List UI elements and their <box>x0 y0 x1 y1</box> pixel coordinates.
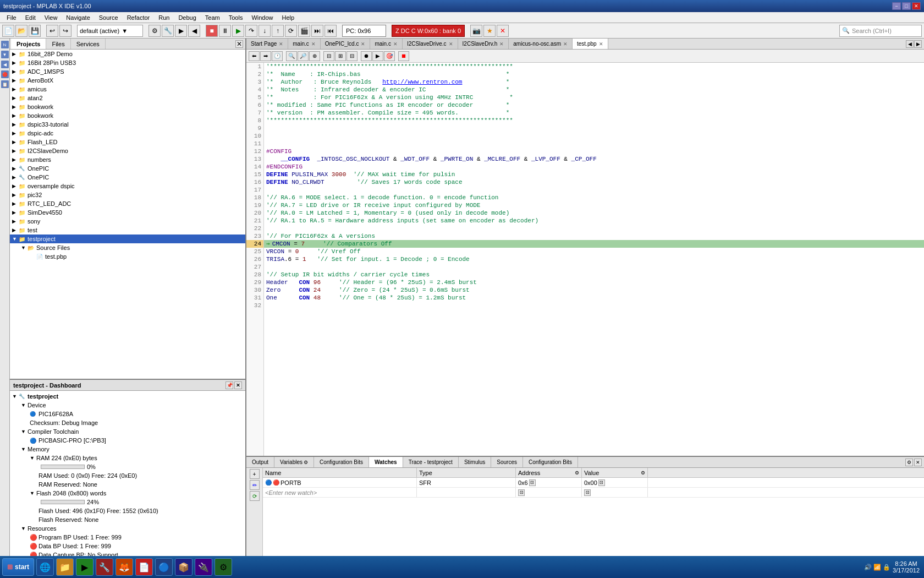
watches-edit-btn[interactable]: ✏ <box>250 480 260 490</box>
ed-btn-history[interactable]: 🕐 <box>272 51 283 61</box>
close-test-pbp[interactable]: ✕ <box>599 41 603 47</box>
menu-view[interactable]: View <box>40 12 62 23</box>
watches-row-new[interactable]: <Enter new watch> ⊡ ⊡ <box>263 488 924 498</box>
tree-item-bookwork1[interactable]: ▶ 📁 bookwork <box>10 102 245 111</box>
window-controls[interactable]: − □ ✕ <box>892 2 921 10</box>
error-button[interactable]: ✕ <box>497 25 509 37</box>
close-amicus-asm[interactable]: ✕ <box>563 41 568 47</box>
menu-team[interactable]: Team <box>201 12 224 23</box>
portb-value-edit[interactable]: ⊡ <box>598 479 605 486</box>
left-panel-close[interactable]: ✕ <box>235 40 243 48</box>
nav-icon-5[interactable]: 📋 <box>1 80 9 88</box>
menu-window[interactable]: Window <box>247 12 277 23</box>
tree-item-bookwork2[interactable]: ▶ 📁 bookwork <box>10 111 245 120</box>
taskbar-pic-icon[interactable]: 🔌 <box>195 558 212 576</box>
dash-compiler[interactable]: ▼ Compiler Toolchain <box>10 427 245 436</box>
close-onepic-lcd[interactable]: ✕ <box>361 41 365 47</box>
code-content[interactable]: '***************************************… <box>264 63 924 456</box>
menu-run[interactable]: Run <box>154 12 174 23</box>
toolbar-btn-4[interactable]: ◀ <box>188 25 200 37</box>
tree-item-amicus[interactable]: ▶ 📁 amicus <box>10 85 245 94</box>
taskbar-app2-icon[interactable]: 🔵 <box>155 558 173 576</box>
stop-button[interactable]: ■ <box>206 25 218 37</box>
tab-i2c-drive[interactable]: I2CSlaveDrive.c ✕ <box>403 39 458 49</box>
toolbar-more-1[interactable]: ⏭ <box>311 25 323 37</box>
watches-row-portb[interactable]: 🔵 🔴 PORTB SFR 0x6 ⊡ 0x00 ⊡ <box>263 478 924 488</box>
taskbar-ie-icon[interactable]: 🌐 <box>36 558 54 576</box>
tree-item-simdev[interactable]: ▶ 📁 SimDev4550 <box>10 208 245 217</box>
tab-watches[interactable]: Watches <box>369 457 403 467</box>
tree-item-test-pbp[interactable]: 📄 test.pbp <box>10 252 245 261</box>
tab-sources[interactable]: Sources <box>491 457 523 467</box>
animate-button[interactable]: 🎬 <box>298 25 310 37</box>
step-over-button[interactable]: ↷ <box>245 25 257 37</box>
tab-trace[interactable]: Trace - testproject <box>403 457 459 467</box>
watches-add-btn[interactable]: + <box>250 469 260 479</box>
dash-memory[interactable]: ▼ Memory <box>10 445 245 454</box>
taskbar-folder-icon[interactable]: 📁 <box>56 558 74 576</box>
dash-testproject[interactable]: ▼ 🔧 testproject <box>10 392 245 401</box>
toolbar-btn-1[interactable]: ⚙ <box>148 25 161 37</box>
taskbar-app3-icon[interactable]: 📦 <box>175 558 193 576</box>
tree-item-rtc[interactable]: ▶ 📁 RTC_LED_ADC <box>10 199 245 208</box>
tree-item-source-files[interactable]: ▼ 📂 Source Files <box>10 243 245 252</box>
nav-icon-3[interactable]: ◀ <box>1 61 9 68</box>
project-tree[interactable]: ▶ 📁 16bit_28P Demo ▶ 📁 16Bit 28Pin USB3 … <box>10 50 245 379</box>
search-box[interactable]: 🔍 Search (Ctrl+I) <box>839 25 922 37</box>
ed-btn-bp[interactable]: ⏺ <box>361 51 372 61</box>
dash-pic16f[interactable]: 🔵 PIC16F628A <box>10 410 245 418</box>
step-into-button[interactable]: ↓ <box>258 25 271 37</box>
run-button[interactable]: ▶ <box>232 25 244 37</box>
tab-i2c-drv-h[interactable]: I2CSlaveDrv.h ✕ <box>458 39 509 49</box>
dashboard-close[interactable]: ✕ <box>234 381 242 389</box>
tab-output[interactable]: Output <box>246 457 274 467</box>
tree-item-sony[interactable]: ▶ 📁 sony <box>10 217 245 226</box>
open-button[interactable]: 📂 <box>15 25 28 37</box>
new-watch-cell[interactable]: <Enter new watch> <box>263 488 417 497</box>
ed-btn-expand[interactable]: ⊞ <box>335 51 346 61</box>
maximize-button[interactable]: □ <box>902 2 911 10</box>
close-main-c-1[interactable]: ✕ <box>311 41 316 47</box>
toolbar-more-2[interactable]: ⏮ <box>324 25 337 37</box>
tree-item-aerobotx[interactable]: ▶ 📁 AeroBotX <box>10 76 245 85</box>
close-button[interactable]: ✕ <box>912 2 921 10</box>
tab-variables[interactable]: Variables ⚙ <box>274 457 314 467</box>
tree-item-onepic1[interactable]: ▶ 🔧 OnePIC <box>10 164 245 173</box>
tab-amicus-asm[interactable]: amicus-no-osc.asm ✕ <box>509 39 573 49</box>
toolbar-btn-3[interactable]: ▶ <box>175 25 187 37</box>
tree-item-test[interactable]: ▶ 📁 test <box>10 226 245 235</box>
nav-icon-1[interactable]: N <box>1 41 9 48</box>
minimize-button[interactable]: − <box>892 2 901 10</box>
dash-resources[interactable]: ▼ Resources <box>10 524 245 533</box>
tab-nav-left[interactable]: ◀ <box>906 40 914 48</box>
tab-main-c-2[interactable]: main.c ✕ <box>370 39 402 49</box>
close-i2c-drive[interactable]: ✕ <box>449 41 453 47</box>
bottom-panel-settings[interactable]: ⚙ <box>905 459 913 466</box>
tab-files[interactable]: Files <box>46 39 70 49</box>
tree-item-numbers[interactable]: ▶ 📁 numbers <box>10 155 245 164</box>
dash-checksum[interactable]: Checksum: Debug Image <box>10 418 245 427</box>
ed-btn-collapse[interactable]: ⊟ <box>346 51 358 61</box>
close-main-c-2[interactable]: ✕ <box>393 41 398 47</box>
ed-btn-focus[interactable]: 🎯 <box>384 51 395 61</box>
close-start-page[interactable]: ✕ <box>279 41 283 47</box>
tab-services[interactable]: Services <box>71 39 106 49</box>
tab-config-bits-2[interactable]: Configuration Bits <box>523 457 578 467</box>
new-watch-value-edit[interactable]: ⊡ <box>584 489 591 496</box>
dash-flash[interactable]: ▼ Flash 2048 (0x800) words <box>10 489 245 498</box>
tab-main-c-1[interactable]: main.c ✕ <box>288 39 320 49</box>
ed-btn-toggle[interactable]: ⊟ <box>323 51 334 61</box>
dash-device[interactable]: ▼ Device <box>10 401 245 410</box>
menu-navigate[interactable]: Navigate <box>62 12 94 23</box>
start-button[interactable]: ⊞ start <box>2 558 34 576</box>
menu-debug[interactable]: Debug <box>174 12 200 23</box>
taskbar-app4-icon[interactable]: ⚙ <box>215 558 232 576</box>
tree-item-16bit-usb[interactable]: ▶ 📁 16Bit 28Pin USB3 <box>10 58 245 67</box>
taskbar-pdf-icon[interactable]: 📄 <box>135 558 153 576</box>
step-out-button[interactable]: ↑ <box>272 25 284 37</box>
menu-file[interactable]: File <box>2 12 21 23</box>
taskbar-media-icon[interactable]: ▶ <box>76 558 94 576</box>
reset-button[interactable]: ⟳ <box>285 25 297 37</box>
taskbar-ff-icon[interactable]: 🦊 <box>116 558 133 576</box>
redo-button[interactable]: ↪ <box>59 25 72 37</box>
